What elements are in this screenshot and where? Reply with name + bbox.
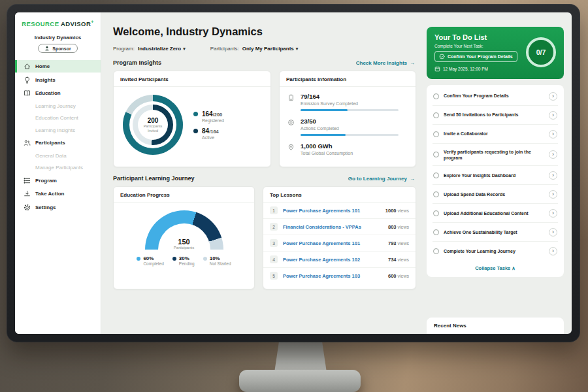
task-row[interactable]: Invite a Collaborator › bbox=[433, 125, 558, 144]
sidebar-item-participants[interactable]: Participants bbox=[15, 137, 101, 149]
home-icon bbox=[24, 63, 31, 70]
invited-card-title: Invited Participants bbox=[114, 71, 270, 87]
gear-icon bbox=[24, 204, 31, 211]
todo-panel: Your To Do List Complete Your Next Task:… bbox=[425, 12, 572, 334]
gauge-center-label: Participants bbox=[145, 246, 223, 250]
go-to-learning-journey-link[interactable]: Go to Learning Journey → bbox=[348, 176, 415, 182]
lesson-link[interactable]: Power Purchase Agreements 101 bbox=[283, 208, 380, 214]
task-checkbox[interactable] bbox=[433, 229, 439, 235]
legend-dot bbox=[172, 257, 176, 261]
sidebar-item-manage-participants[interactable]: Manage Participants bbox=[15, 162, 101, 173]
actions-completed-row: 23/50 Actions Completed bbox=[287, 118, 408, 136]
chevron-right-icon[interactable]: › bbox=[549, 150, 557, 159]
chevron-right-icon[interactable]: › bbox=[549, 228, 557, 237]
sponsor-label: Sponsor bbox=[52, 46, 71, 51]
sidebar-item-home[interactable]: Home bbox=[15, 60, 101, 73]
gauge-center-value: 150 bbox=[145, 238, 223, 246]
task-row[interactable]: Explore Your Insights Dashboard › bbox=[433, 166, 558, 185]
consumption-row: 1,000 GWh Total Global Consumption bbox=[287, 142, 408, 155]
program-insights-header: Program Insights Check More Insights → bbox=[113, 59, 415, 66]
task-checkbox[interactable] bbox=[433, 248, 439, 254]
program-insights-title: Program Insights bbox=[113, 59, 161, 66]
task-checkbox[interactable] bbox=[433, 112, 439, 118]
task-row[interactable]: Complete Your Learning Journey › bbox=[433, 242, 558, 260]
chevron-right-icon[interactable]: › bbox=[549, 190, 557, 199]
sidebar-item-learning-insights[interactable]: Learning Insights bbox=[15, 125, 101, 136]
program-filter-label: Program: bbox=[113, 46, 135, 52]
task-checkbox[interactable] bbox=[433, 210, 439, 216]
download-icon bbox=[24, 190, 31, 197]
chevron-right-icon[interactable]: › bbox=[549, 171, 557, 180]
monitor-stand-base bbox=[239, 370, 361, 392]
next-task-pill[interactable]: Confirm Your Program Details bbox=[434, 51, 517, 62]
sidebar-item-take-action[interactable]: Take Action bbox=[15, 188, 101, 200]
task-checkbox[interactable] bbox=[433, 131, 439, 137]
participants-filter-dropdown[interactable]: Only My Participants ▾ bbox=[242, 46, 299, 52]
page-title: Welcome, Industry Dynamics bbox=[113, 25, 416, 38]
lesson-link[interactable]: Power Purchase Agreements 102 bbox=[283, 257, 383, 263]
chevron-right-icon[interactable]: › bbox=[549, 130, 557, 139]
task-checkbox[interactable] bbox=[433, 172, 439, 178]
lesson-rank: 2 bbox=[270, 223, 278, 231]
task-row[interactable]: Upload Additional Educational Content › bbox=[433, 204, 558, 223]
emission-progress-bar bbox=[301, 109, 399, 111]
legend-active: 84/164 Active bbox=[193, 127, 224, 140]
check-more-insights-link[interactable]: Check More Insights → bbox=[356, 60, 415, 66]
lesson-row[interactable]: 2 Financial Considerations - VPPAs 803 v… bbox=[263, 219, 416, 235]
sidebar-item-program[interactable]: Program bbox=[15, 174, 101, 187]
donut-center-label: Participants Invited bbox=[140, 124, 166, 133]
lesson-row[interactable]: 4 Power Purchase Agreements 102 734 view… bbox=[263, 252, 416, 268]
top-lessons-title: Top Lessons bbox=[263, 187, 416, 203]
sidebar-item-general-data[interactable]: General Data bbox=[15, 150, 101, 161]
sidebar-item-insights[interactable]: Insights bbox=[15, 74, 101, 86]
learning-journey-cards: Education Progress 150 Participants bbox=[113, 186, 416, 289]
info-card-title: Participants Information bbox=[280, 71, 416, 87]
sidebar-item-learning-journey[interactable]: Learning Journey bbox=[15, 101, 101, 112]
logo-resource: RESOURCE bbox=[22, 20, 59, 27]
donut-center-value: 200 bbox=[148, 117, 159, 124]
chevron-right-icon[interactable]: › bbox=[549, 92, 557, 101]
background-scene: RESOURCE ADVISOR+ Industry Dynamics Spon… bbox=[0, 0, 588, 392]
arrow-right-icon: → bbox=[410, 176, 415, 182]
sidebar-item-settings[interactable]: Settings bbox=[15, 201, 101, 214]
collapse-tasks-link[interactable]: Collapse Tasks ∧ bbox=[433, 260, 558, 277]
sidebar-nav: Home Insights Education Learning Journey… bbox=[15, 60, 101, 214]
chevron-right-icon[interactable]: › bbox=[549, 111, 557, 120]
lesson-link[interactable]: Financial Considerations - VPPAs bbox=[283, 224, 383, 230]
lesson-row[interactable]: 1 Power Purchase Agreements 101 1000 vie… bbox=[263, 203, 416, 219]
legend-dot bbox=[193, 112, 198, 116]
chevron-right-icon[interactable]: › bbox=[549, 247, 557, 255]
lesson-link[interactable]: Power Purchase Agreements 103 bbox=[283, 273, 383, 279]
people-icon bbox=[24, 139, 31, 146]
education-gauge-chart: 150 Participants bbox=[145, 210, 223, 250]
lesson-row[interactable]: 3 Power Purchase Agreements 101 793 view… bbox=[263, 235, 416, 252]
task-row[interactable]: Send 50 Invitations to Participants › bbox=[433, 106, 558, 125]
recent-news-title: Recent News bbox=[434, 323, 466, 329]
task-row[interactable]: Confirm Your Program Details › bbox=[433, 87, 558, 106]
legend-dot bbox=[193, 129, 198, 133]
info-progress-fill bbox=[301, 109, 348, 111]
logo-advisor: ADVISOR bbox=[61, 20, 91, 27]
legend-dot bbox=[137, 257, 140, 261]
education-card-title: Education Progress bbox=[114, 187, 254, 203]
task-checkbox[interactable] bbox=[433, 191, 439, 197]
task-row[interactable]: Verify participants requesting to join t… bbox=[433, 144, 558, 166]
sidebar-item-education[interactable]: Education bbox=[15, 87, 101, 99]
task-checkbox[interactable] bbox=[433, 152, 439, 157]
chevron-down-icon: ▾ bbox=[183, 46, 186, 52]
person-icon bbox=[44, 46, 50, 51]
task-checkbox[interactable] bbox=[433, 93, 439, 99]
lightbulb-icon bbox=[24, 76, 31, 84]
participants-filter-label: Participants: bbox=[210, 46, 239, 52]
sidebar-item-education-content[interactable]: Education Content bbox=[15, 112, 101, 123]
sponsor-badge[interactable]: Sponsor bbox=[38, 44, 77, 53]
lesson-row[interactable]: 5 Power Purchase Agreements 103 600 view… bbox=[263, 268, 416, 284]
lesson-link[interactable]: Power Purchase Agreements 101 bbox=[283, 240, 383, 246]
task-row[interactable]: Upload Spend Data Records › bbox=[433, 185, 558, 204]
app-logo: RESOURCE ADVISOR+ bbox=[15, 20, 101, 27]
invited-participants-card: Invited Participants 200 Participants In… bbox=[113, 71, 271, 167]
program-filter-dropdown[interactable]: Industrialize Zero ▾ bbox=[138, 46, 186, 52]
task-row[interactable]: Achieve One Sustainability Target › bbox=[433, 223, 558, 242]
chevron-right-icon[interactable]: › bbox=[549, 209, 557, 218]
arrow-right-icon: → bbox=[410, 60, 415, 66]
